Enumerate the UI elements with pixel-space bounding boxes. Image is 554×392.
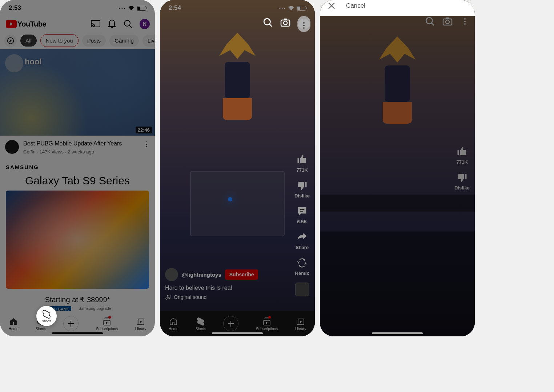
svg-rect-14 xyxy=(284,19,287,20)
chip-new-to-you[interactable]: New to you xyxy=(40,34,79,47)
notification-dot xyxy=(268,316,271,319)
status-bar: 2:54 •••• xyxy=(160,0,315,16)
svg-point-35 xyxy=(464,21,466,22)
screen-shorts-player: 2:54 •••• 771K Dislike 6.5K Share xyxy=(160,0,315,336)
camera-icon xyxy=(442,17,453,26)
dislike-button[interactable]: Dislike xyxy=(454,171,470,191)
status-bar: 2:53 •••• xyxy=(0,0,155,16)
library-icon xyxy=(296,317,305,326)
svg-point-10 xyxy=(264,19,270,25)
svg-point-26 xyxy=(303,22,305,24)
tab-home[interactable]: Home xyxy=(169,317,178,331)
tab-shorts[interactable]: Shorts xyxy=(196,317,206,331)
search-button[interactable] xyxy=(425,16,435,27)
dots-vertical-icon xyxy=(303,22,305,29)
shorts-tab-highlighted[interactable]: Shorts xyxy=(36,306,57,326)
svg-point-29 xyxy=(426,17,432,24)
more-options-highlighted[interactable] xyxy=(297,19,310,32)
svg-line-11 xyxy=(269,24,272,27)
home-indicator[interactable] xyxy=(372,332,423,334)
home-icon xyxy=(169,317,178,326)
chip-gaming[interactable]: Gaming xyxy=(109,35,139,47)
home-indicator[interactable] xyxy=(212,332,263,334)
shorts-top-actions xyxy=(425,16,470,27)
cellular-dots: •••• xyxy=(279,7,286,10)
cellular-dots: •••• xyxy=(119,7,126,10)
ad-image xyxy=(6,191,149,289)
create-button[interactable] xyxy=(223,316,238,331)
svg-point-32 xyxy=(446,20,449,24)
chip-all[interactable]: All xyxy=(20,35,37,47)
explore-button[interactable] xyxy=(4,35,17,47)
video-more-icon[interactable]: ⋮ xyxy=(143,140,150,148)
tab-subscriptions[interactable]: Subscriptions xyxy=(96,317,118,331)
ad-card[interactable]: SAMSUNG Galaxy Tab S9 Series Starting at… xyxy=(0,159,155,315)
cast-icon[interactable] xyxy=(91,20,100,28)
tab-home[interactable]: Home xyxy=(9,317,19,331)
thumb-up-icon xyxy=(297,154,308,165)
sound-thumbnail[interactable] xyxy=(295,283,309,296)
shorts-icon xyxy=(43,309,51,319)
thumb-overlay-text: hool xyxy=(25,57,41,67)
video-duration: 22:46 xyxy=(136,127,152,133)
ad-price: Starting at ₹ 38999* xyxy=(6,295,149,304)
svg-point-13 xyxy=(284,21,287,25)
search-icon xyxy=(263,18,273,27)
share-button[interactable]: Share xyxy=(296,231,309,250)
tab-subscriptions[interactable]: Subscriptions xyxy=(256,317,278,331)
screen-youtube-home: 2:53 •••• YouTube N All New to you Posts… xyxy=(0,0,155,336)
svg-point-27 xyxy=(303,25,305,26)
camera-icon xyxy=(280,18,290,27)
remix-button[interactable]: Remix xyxy=(295,257,309,276)
wifi-icon xyxy=(288,5,294,11)
chip-live[interactable]: Live xyxy=(142,35,155,47)
like-button[interactable]: 771K xyxy=(456,145,468,165)
plus-icon xyxy=(67,320,75,328)
shorts-info-panel: @lightningtoys Subscribe Hard to believe… xyxy=(165,268,286,300)
svg-point-28 xyxy=(303,27,305,29)
video-thumbnail[interactable]: hool 22:46 xyxy=(0,49,155,136)
shorts-icon xyxy=(197,317,205,326)
youtube-play-icon xyxy=(6,20,17,28)
channel-handle[interactable]: @lightningtoys xyxy=(182,272,221,278)
create-button[interactable] xyxy=(63,316,79,331)
home-icon xyxy=(9,317,18,326)
bell-icon[interactable] xyxy=(108,19,116,29)
video-title: Best PUBG Mobile Update After Years xyxy=(23,140,139,148)
close-icon xyxy=(328,2,335,9)
shorts-content-figure xyxy=(208,33,266,120)
status-indicators: •••• xyxy=(119,5,146,11)
chip-posts[interactable]: Posts xyxy=(82,35,106,47)
shorts-action-rail: 771K Dislike 6.5K Share Remix xyxy=(294,153,310,296)
camera-button[interactable] xyxy=(280,17,291,28)
video-row[interactable]: Best PUBG Mobile Update After Years Coff… xyxy=(0,136,155,159)
camera-button[interactable] xyxy=(442,16,453,27)
remix-icon xyxy=(297,257,308,268)
thumb-up-icon xyxy=(457,146,467,157)
notification-dot xyxy=(108,316,111,319)
screen-shorts-menu: 3:02 •••• 771K Dislike Description xyxy=(320,0,475,336)
like-button[interactable]: 771K xyxy=(296,153,308,173)
svg-line-30 xyxy=(431,23,434,25)
youtube-logo[interactable]: YouTube xyxy=(6,20,46,28)
battery-icon xyxy=(137,6,146,11)
svg-point-34 xyxy=(464,18,466,20)
search-button[interactable] xyxy=(262,17,273,28)
home-indicator[interactable] xyxy=(52,332,103,334)
dislike-button[interactable]: Dislike xyxy=(294,179,310,199)
more-options-button[interactable] xyxy=(459,16,470,27)
tab-library[interactable]: Library xyxy=(135,317,146,331)
subscribe-button[interactable]: Subscribe xyxy=(225,269,258,280)
thumb-down-icon xyxy=(297,180,308,191)
library-icon xyxy=(136,317,145,326)
sound-row[interactable]: Original sound xyxy=(165,294,286,300)
tab-library[interactable]: Library xyxy=(295,317,306,331)
search-icon[interactable] xyxy=(124,20,132,28)
status-time: 2:53 xyxy=(9,4,21,12)
avatar[interactable]: N xyxy=(140,19,150,29)
menu-cancel[interactable]: Cancel xyxy=(320,0,475,16)
channel-avatar[interactable] xyxy=(165,268,178,281)
channel-avatar[interactable] xyxy=(5,140,19,154)
bottom-sheet-menu: Description Save to playlist CC Captions… xyxy=(320,0,475,16)
comments-button[interactable]: 6.5K xyxy=(296,205,308,224)
